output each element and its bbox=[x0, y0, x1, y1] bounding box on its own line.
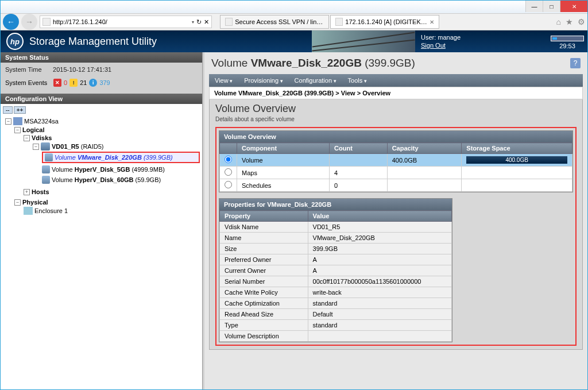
address-bar[interactable]: ▾ ↻ ✕ bbox=[40, 16, 212, 28]
info-icon[interactable]: i bbox=[89, 79, 97, 87]
cell-component: Schedules bbox=[237, 179, 330, 192]
browser-back-button[interactable]: ← bbox=[3, 14, 19, 30]
tab-close-icon[interactable]: ✕ bbox=[430, 19, 434, 25]
menu-view[interactable]: View bbox=[209, 74, 238, 87]
tree-expand-icon[interactable]: + bbox=[24, 189, 30, 195]
cell-property: Volume Description bbox=[220, 331, 308, 342]
warning-count[interactable]: 21 bbox=[80, 79, 87, 86]
table-row: Cache Write Policywrite-back bbox=[220, 287, 452, 298]
tree-expand-all-button[interactable]: ++ bbox=[14, 106, 26, 114]
row-radio[interactable] bbox=[220, 167, 237, 179]
tree-node-volume[interactable]: Volume HyperV_Disk_5GB (4999.9MB) bbox=[42, 165, 200, 173]
cell-value: A bbox=[308, 254, 452, 265]
tree-node-physical[interactable]: − Physical bbox=[14, 199, 200, 206]
window-titlebar: — □ ✕ bbox=[1, 1, 587, 13]
tree-label: Vdisks bbox=[32, 134, 52, 141]
favorites-icon[interactable]: ★ bbox=[566, 17, 573, 26]
cell-count: 4 bbox=[330, 167, 388, 179]
menu-provisioning[interactable]: Provisioning bbox=[238, 74, 288, 87]
table-row[interactable]: Maps4 bbox=[220, 167, 572, 179]
help-icon[interactable]: ? bbox=[570, 58, 581, 68]
tree-collapse-all-button[interactable]: -- bbox=[3, 106, 13, 114]
tab-favicon-icon bbox=[225, 18, 233, 26]
tree-label: VD01_R5 (RAID5) bbox=[52, 143, 103, 150]
browser-tabs: Secure Access SSL VPN / linux ... 172.16… bbox=[220, 15, 439, 29]
properties-table: Properties for VMware_Disk_220GB Propert… bbox=[219, 198, 452, 342]
cell-property: Vdisk Name bbox=[220, 222, 308, 233]
warning-icon[interactable]: ! bbox=[69, 79, 78, 87]
config-view-header: Configuration View bbox=[1, 94, 202, 104]
tree-label: Volume VMware_Disk_220GB (399.9GB) bbox=[55, 154, 173, 161]
chassis-icon bbox=[551, 36, 584, 41]
col-property: Property bbox=[220, 211, 308, 222]
app-header: hp Storage Management Utility User: mana… bbox=[1, 30, 587, 52]
tree-node-vdisks[interactable]: − Vdisks bbox=[24, 134, 200, 141]
storage-bar: 400.0GB bbox=[466, 156, 567, 164]
cell-property: Preferred Owner bbox=[220, 254, 308, 265]
table-row[interactable]: Volume400.0GB400.0GB bbox=[220, 154, 572, 167]
url-input[interactable] bbox=[53, 18, 189, 25]
table-row: Volume Description bbox=[220, 331, 452, 342]
cell-property: Size bbox=[220, 244, 308, 254]
tree-node-volume[interactable]: Volume HyperV_Disk_60GB (59.9GB) bbox=[42, 176, 200, 184]
browser-forward-button[interactable]: → bbox=[21, 14, 37, 30]
table-row: Preferred OwnerA bbox=[220, 254, 452, 265]
table-title: Volume Overview bbox=[219, 131, 572, 142]
tree-collapse-icon[interactable]: − bbox=[5, 118, 11, 125]
cell-property: Serial Number bbox=[220, 276, 308, 287]
browser-tab-active[interactable]: 172.16.1.240 [A] (DIGITEK_T... ✕ bbox=[330, 15, 439, 29]
cell-capacity: 400.0GB bbox=[387, 154, 462, 167]
tree-node-enclosure[interactable]: Enclosure 1 bbox=[24, 207, 200, 215]
settings-gear-icon[interactable]: ⚙ bbox=[578, 17, 585, 26]
table-row: Size399.9GB bbox=[220, 244, 452, 254]
table-row: Read Ahead SizeDefault bbox=[220, 309, 452, 320]
cell-property: Name bbox=[220, 233, 308, 244]
tree-label: MSA2324sa bbox=[24, 118, 59, 125]
window-minimize-button[interactable]: — bbox=[525, 1, 543, 12]
info-count[interactable]: 379 bbox=[99, 79, 110, 86]
tree-collapse-icon[interactable]: − bbox=[24, 135, 30, 141]
menu-configuration[interactable]: Configuration bbox=[289, 74, 342, 87]
table-row: Typestandard bbox=[220, 320, 452, 331]
cell-property: Current Owner bbox=[220, 265, 308, 276]
row-radio[interactable] bbox=[220, 179, 237, 192]
user-panel: User: manage Sign Out bbox=[415, 31, 547, 52]
tree-node-logical[interactable]: − Logical bbox=[14, 126, 200, 133]
tree-collapse-icon[interactable]: − bbox=[14, 127, 21, 133]
cell-value: standard bbox=[308, 320, 452, 331]
window-close-button[interactable]: ✕ bbox=[560, 1, 587, 12]
content-pane: Volume Overview Details about a specific… bbox=[209, 99, 583, 350]
error-icon[interactable]: ✕ bbox=[53, 79, 61, 87]
tree-label: Hosts bbox=[32, 188, 49, 195]
header-banner-image bbox=[312, 30, 415, 52]
table-row[interactable]: Schedules0 bbox=[220, 179, 572, 192]
cell-property: Read Ahead Size bbox=[220, 309, 308, 320]
error-count[interactable]: 0 bbox=[64, 79, 67, 86]
tree-node-volume-selected[interactable]: Volume VMware_Disk_220GB (399.9GB) bbox=[42, 152, 200, 163]
tree-collapse-icon[interactable]: − bbox=[33, 144, 39, 150]
sign-out-link[interactable]: Sign Out bbox=[421, 42, 446, 49]
window-maximize-button[interactable]: □ bbox=[543, 1, 560, 12]
tab-label: 172.16.1.240 [A] (DIGITEK_T... bbox=[345, 18, 427, 25]
tree-collapse-icon[interactable]: − bbox=[14, 199, 21, 206]
col-component: Component bbox=[237, 143, 330, 154]
col-select bbox=[220, 143, 237, 154]
row-radio[interactable] bbox=[220, 154, 237, 167]
volume-icon bbox=[42, 165, 50, 173]
col-capacity: Capacity bbox=[387, 143, 462, 154]
url-dropdown-icon[interactable]: ▾ bbox=[192, 20, 194, 25]
stop-icon[interactable]: ✕ bbox=[204, 18, 209, 26]
tab-favicon-icon bbox=[335, 18, 343, 26]
tree-node-system[interactable]: − MSA2324sa bbox=[5, 117, 200, 125]
cell-value: VD01_R5 bbox=[308, 222, 452, 233]
menu-tools[interactable]: Tools bbox=[342, 74, 373, 87]
tree-node-vdisk[interactable]: − VD01_R5 (RAID5) bbox=[33, 142, 200, 150]
cell-value: VMware_Disk_220GB bbox=[308, 233, 452, 244]
left-sidebar: System Status System Time 2015-10-12 17:… bbox=[1, 52, 203, 389]
cell-value: A bbox=[308, 265, 452, 276]
config-tree: − MSA2324sa − Logical bbox=[3, 116, 200, 218]
home-icon[interactable]: ⌂ bbox=[556, 17, 561, 26]
refresh-icon[interactable]: ↻ bbox=[196, 18, 202, 26]
tree-node-hosts[interactable]: + Hosts bbox=[24, 188, 200, 195]
browser-tab[interactable]: Secure Access SSL VPN / linux ... bbox=[220, 15, 329, 29]
